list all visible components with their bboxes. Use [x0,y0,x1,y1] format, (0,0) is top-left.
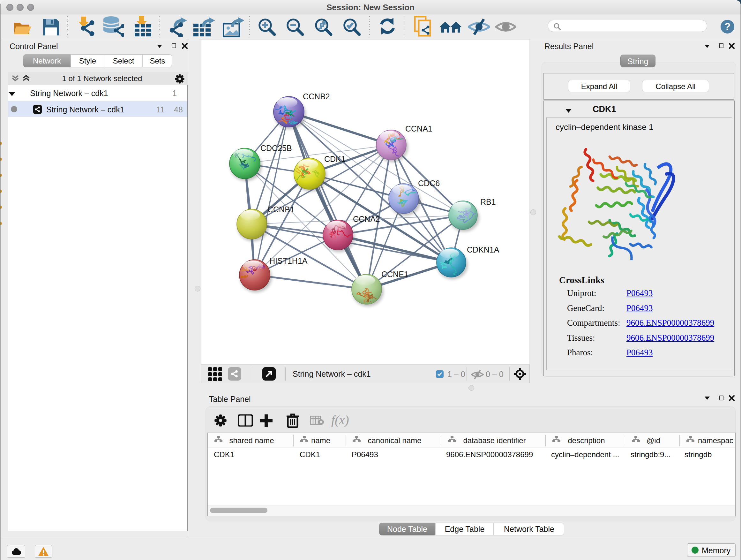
svg-text:CCNB2: CCNB2 [303,92,330,101]
svg-text:CCNE1: CCNE1 [381,270,408,279]
svg-text:CCNA2: CCNA2 [353,214,380,224]
svg-text:CDC25B: CDC25B [260,144,292,152]
svg-text:HIST1H1A: HIST1H1A [269,256,308,265]
svg-text:CCNA1: CCNA1 [405,124,432,133]
svg-text:CDK1: CDK1 [324,154,346,164]
svg-text:CDC6: CDC6 [418,179,440,188]
svg-text:CCNB1: CCNB1 [267,205,294,214]
svg-text:RB1: RB1 [480,197,496,206]
svg-text:CDKN1A: CDKN1A [467,245,499,254]
